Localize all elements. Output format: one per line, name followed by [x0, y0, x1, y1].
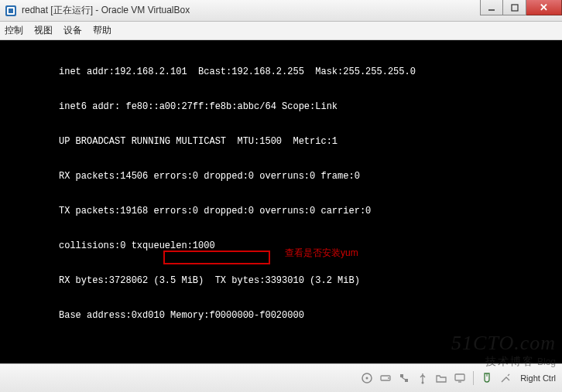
svg-point-8 — [388, 377, 389, 379]
terminal-line: Base address:0xd010 Memory:f0000000-f002… — [3, 310, 559, 322]
disc-icon[interactable] — [360, 371, 374, 385]
svg-rect-9 — [400, 374, 403, 377]
mouse-integration-icon[interactable] — [480, 371, 494, 385]
menu-help[interactable]: 帮助 — [93, 24, 111, 37]
terminal-line: inet6 addr: fe80::a00:27ff:fe8b:abbc/64 … — [3, 101, 559, 113]
window-controls: ✕ — [480, 0, 562, 15]
host-key-label: Right Ctrl — [520, 373, 556, 383]
terminal-line: UP BROADCAST RUNNING MULTICAST MTU:1500 … — [3, 136, 559, 148]
svg-rect-2 — [9, 9, 13, 13]
host-key-icon[interactable] — [499, 371, 512, 385]
network-icon[interactable] — [397, 371, 411, 385]
terminal-line: RX packets:14506 errors:0 dropped:0 over… — [3, 171, 559, 182]
maximize-button[interactable] — [503, 0, 526, 15]
annotation-text: 查看是否安装yum — [285, 247, 358, 259]
usb-icon[interactable] — [416, 371, 430, 385]
window-titlebar: redhat [正在运行] - Oracle VM VirtualBox ✕ — [0, 0, 562, 22]
menu-view[interactable]: 视图 — [34, 24, 53, 37]
terminal-line: TX packets:19168 errors:0 dropped:0 over… — [3, 206, 559, 217]
display-icon[interactable] — [453, 371, 467, 385]
hard-disk-icon[interactable] — [379, 371, 392, 385]
shared-folder-icon[interactable] — [434, 371, 448, 385]
terminal-line: RX bytes:3728062 (3.5 MiB) TX bytes:3393… — [3, 275, 559, 287]
status-separator — [473, 371, 474, 385]
terminal-line: collisions:0 txqueuelen:1000 — [3, 240, 559, 252]
command-highlight-box — [163, 251, 270, 264]
minimize-button[interactable] — [480, 0, 503, 15]
virtualbox-icon — [5, 5, 17, 17]
menu-control[interactable]: 控制 — [5, 24, 23, 37]
svg-rect-13 — [455, 374, 464, 380]
menu-devices[interactable]: 设备 — [63, 24, 82, 37]
window-title: redhat [正在运行] - Oracle VM VirtualBox — [22, 4, 190, 17]
close-button[interactable]: ✕ — [526, 0, 562, 15]
svg-rect-4 — [512, 5, 518, 11]
terminal-output[interactable]: inet addr:192.168.2.101 Bcast:192.168.2.… — [0, 40, 562, 363]
svg-point-6 — [366, 377, 368, 380]
status-bar: Right Ctrl — [0, 363, 562, 392]
svg-point-12 — [422, 382, 424, 384]
terminal-line: inet addr:192.168.2.101 Bcast:192.168.2.… — [3, 66, 559, 78]
menu-bar: 控制 视图 设备 帮助 — [0, 22, 562, 40]
